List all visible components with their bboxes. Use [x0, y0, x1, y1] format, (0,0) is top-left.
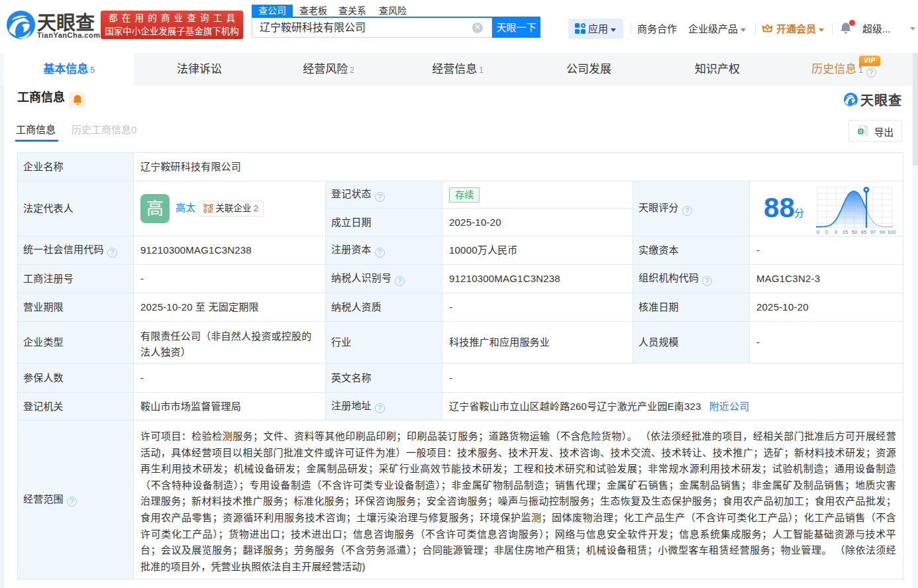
- svg-text:15: 15: [842, 229, 848, 235]
- svg-text:3: 3: [835, 229, 837, 235]
- svg-text:0: 0: [817, 229, 819, 235]
- svg-text:99: 99: [880, 229, 886, 235]
- svg-text:1: 1: [825, 229, 828, 235]
- svg-text:85: 85: [861, 229, 867, 235]
- svg-text:100: 100: [887, 229, 895, 235]
- svg-text:50: 50: [852, 229, 858, 235]
- svg-text:企: 企: [207, 206, 213, 213]
- svg-text:97: 97: [870, 229, 876, 235]
